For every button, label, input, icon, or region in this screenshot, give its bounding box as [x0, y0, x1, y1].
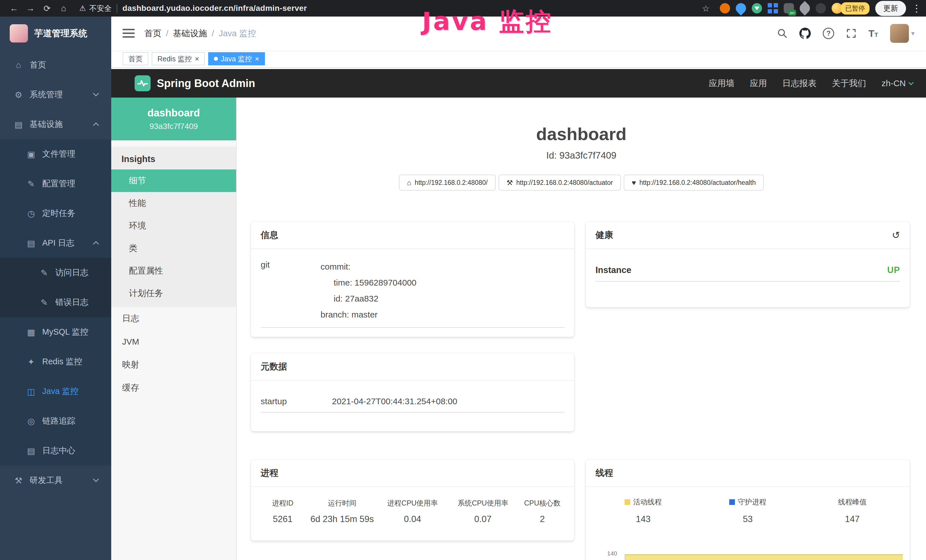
url-text[interactable]: dashboard.yudao.iocoder.cn/infra/admin-s…: [123, 4, 307, 13]
font-size-icon[interactable]: TT: [869, 28, 878, 39]
insights-item-details[interactable]: 细节: [111, 170, 236, 192]
search-icon[interactable]: [777, 28, 787, 38]
threads-area-series: [625, 554, 903, 560]
info-value: commit: time: 1596289704000 id: 27aa832 …: [321, 259, 564, 322]
instance-menu-jvm[interactable]: JVM: [111, 330, 236, 353]
timer-icon: ◷: [24, 209, 38, 218]
breadcrumb-home[interactable]: 首页: [144, 28, 162, 39]
sidebar-item-dev-tools[interactable]: ⚒ 研发工具: [0, 466, 111, 495]
sidebar-item-label: MySQL 监控: [42, 326, 88, 338]
sba-nav-wallboard[interactable]: 应用墙: [709, 77, 734, 89]
main-content: dashboard Id: 93a3fc7f7409 ⌂ http://192.…: [237, 98, 926, 560]
instance-menu-mappings[interactable]: 映射: [111, 353, 236, 376]
process-card-body: 进程ID 运行时间 进程CPU使用率 系统CPU使用率 CPU核心数 5261 …: [251, 487, 574, 524]
legend-blue-swatch: [729, 499, 735, 505]
tab-redis-monitor[interactable]: Redis 监控 ×: [152, 52, 205, 65]
instance-header[interactable]: dashboard 93a3fc7f7409: [111, 98, 236, 140]
sidebar-item-tracing[interactable]: ◎ 链路追踪: [0, 406, 111, 436]
threads-legend: 活动线程 守护进程 线程峰值: [591, 497, 905, 507]
health-card-header: 健康 ↺: [586, 222, 910, 249]
update-button[interactable]: 更新: [875, 1, 906, 16]
tab-home[interactable]: 首页: [123, 52, 148, 65]
sidebar-item-file-mgmt[interactable]: ▣ 文件管理: [0, 139, 111, 169]
hamburger-icon[interactable]: [123, 28, 135, 38]
uptime-value: 6d 23h 15m 59s: [309, 514, 375, 524]
profile-chip[interactable]: 已暂停: [832, 2, 870, 15]
instance-links: ⌂ http://192.168.0.2:48080/ ⚒ http://192…: [237, 175, 926, 191]
sba-nav-about[interactable]: 关于我们: [832, 77, 866, 89]
sidebar-item-home[interactable]: ⌂ 首页: [0, 50, 111, 80]
instance-id: 93a3fc7f7409: [150, 122, 198, 131]
sba-nav-applications[interactable]: 应用: [750, 77, 767, 89]
locale-select[interactable]: zh-CN: [882, 79, 913, 88]
extension-icon-6[interactable]: [798, 1, 812, 16]
extension-icon-5[interactable]: on: [784, 3, 794, 14]
sidebar-item-log-center[interactable]: ▤ 日志中心: [0, 436, 111, 466]
extension-icon-3[interactable]: [752, 3, 762, 14]
process-cpu-value: 0.04: [375, 514, 450, 524]
process-card: 进程 进程ID 运行时间 进程CPU使用率 系统CPU使用率 CPU核心数 52…: [251, 460, 574, 540]
home-icon: ⌂: [407, 179, 411, 187]
paused-badge: 已暂停: [841, 2, 870, 15]
sidebar-item-mysql-monitor[interactable]: ▦ MySQL 监控: [0, 317, 111, 347]
infra-submenu: ▣ 文件管理 ✎ 配置管理 ◷ 定时任务 ▤ API 日志: [0, 139, 111, 466]
live-threads-value: 143: [591, 514, 696, 524]
user-avatar[interactable]: ▾: [890, 24, 915, 43]
legend-peak-threads: 线程峰值: [800, 497, 905, 507]
github-icon[interactable]: [799, 28, 811, 39]
sidebar-item-access-logs[interactable]: ✎ 访问日志: [0, 258, 111, 288]
sidebar-item-cron-jobs[interactable]: ◷ 定时任务: [0, 198, 111, 228]
legend-live-threads: 活动线程: [591, 497, 696, 507]
avatar-caret-icon: ▾: [911, 29, 915, 37]
insights-item-classes[interactable]: 类: [111, 237, 236, 260]
help-icon[interactable]: ?: [823, 28, 834, 39]
process-headers: 进程ID 运行时间 进程CPU使用率 系统CPU使用率 CPU核心数: [256, 498, 569, 508]
legend-daemon-threads: 守护进程: [696, 497, 800, 507]
forward-icon[interactable]: →: [22, 3, 39, 13]
insights-item-config-props[interactable]: 配置属性: [111, 260, 236, 282]
sidebar-item-infra[interactable]: ▤ 基础设施: [0, 109, 111, 139]
extension-icon-7[interactable]: [816, 3, 826, 14]
breadcrumb-separator: /: [166, 29, 168, 38]
app-logo-row[interactable]: 芋道管理系统: [0, 17, 111, 50]
breadcrumb-infra[interactable]: 基础设施: [173, 28, 207, 39]
instance-menu-logs[interactable]: 日志: [111, 307, 236, 330]
sidebar-item-label: 基础设施: [30, 119, 63, 130]
reload-icon[interactable]: ⟳: [39, 3, 55, 14]
insights-item-scheduled-tasks[interactable]: 计划任务: [111, 282, 236, 305]
info-card-body: git commit: time: 1596289704000 id: 27aa…: [251, 249, 574, 328]
sba-logo-icon[interactable]: [135, 75, 151, 91]
extension-icon-4[interactable]: [768, 3, 778, 14]
service-url-button[interactable]: ⌂ http://192.168.0.2:48080/: [399, 175, 496, 191]
sba-nav-journal[interactable]: 日志报表: [782, 77, 817, 89]
back-icon[interactable]: ←: [6, 3, 22, 13]
instance-menu-caches[interactable]: 缓存: [111, 376, 236, 400]
history-icon[interactable]: ↺: [892, 229, 900, 241]
close-icon[interactable]: ×: [255, 55, 259, 62]
address-bar[interactable]: ⚠ 不安全 dashboard.yudao.iocoder.cn/infra/a…: [79, 3, 698, 14]
edit-icon: ✎: [24, 179, 38, 189]
sidebar-item-label: 链路追踪: [42, 415, 75, 427]
tab-java-monitor[interactable]: Java 监控 ×: [208, 52, 265, 65]
sidebar-item-error-logs[interactable]: ✎ 错误日志: [0, 288, 111, 317]
sba-brand[interactable]: Spring Boot Admin: [157, 77, 255, 89]
sidebar-item-redis-monitor[interactable]: ✦ Redis 监控: [0, 347, 111, 377]
browser-menu-icon[interactable]: ⋮: [912, 3, 920, 14]
insights-item-environment[interactable]: 环境: [111, 215, 236, 237]
sidebar-item-api-logs[interactable]: ▤ API 日志: [0, 228, 111, 258]
bookmark-star-icon[interactable]: ☆: [698, 3, 714, 14]
fullscreen-icon[interactable]: [846, 28, 856, 38]
health-url-button[interactable]: ♥ http://192.168.0.2:48080/actuator/heal…: [624, 175, 764, 191]
home-toolbar-icon[interactable]: ⌂: [55, 3, 72, 13]
extension-icon-1[interactable]: [720, 3, 730, 14]
log-center-icon: ▤: [24, 446, 38, 456]
sidebar-item-config-mgmt[interactable]: ✎ 配置管理: [0, 169, 111, 198]
avatar: [890, 24, 909, 43]
sidebar-item-system[interactable]: ⚙ 系统管理: [0, 80, 111, 109]
sidebar-item-java-monitor[interactable]: ◫ Java 监控: [0, 377, 111, 406]
extension-icon-2[interactable]: [734, 1, 748, 16]
close-icon[interactable]: ×: [195, 55, 199, 62]
actuator-url-button[interactable]: ⚒ http://192.168.0.2:48080/actuator: [498, 175, 621, 191]
page-subtitle: Id: 93a3fc7f7409: [237, 150, 926, 161]
insights-item-metrics[interactable]: 性能: [111, 192, 236, 215]
